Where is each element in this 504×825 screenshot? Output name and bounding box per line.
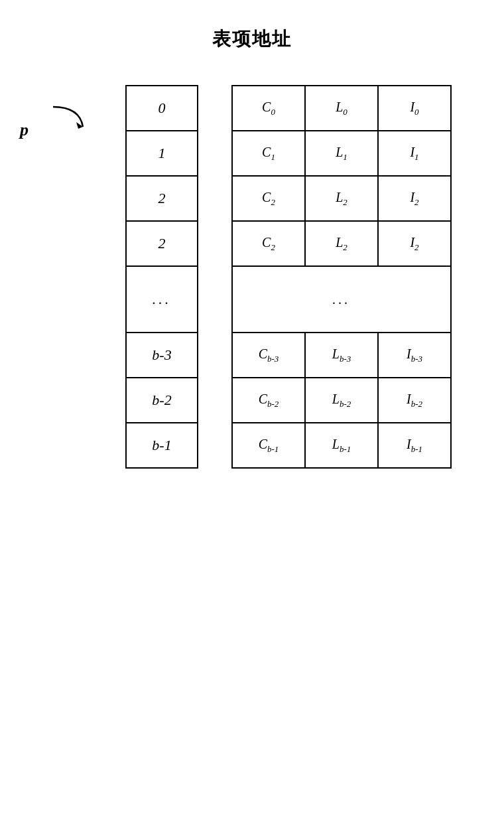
index-cell-0: 0 <box>126 86 198 131</box>
table-row: 2 <box>126 176 198 221</box>
index-cell-2a: 2 <box>126 176 198 221</box>
table-row: 0 <box>126 86 198 131</box>
cell-c1: C1 <box>232 131 305 176</box>
p-label-area: p <box>20 104 86 143</box>
right-dots-cell: ... <box>232 266 451 333</box>
cell-ib2: Ib-2 <box>378 378 451 423</box>
table-row: 1 <box>126 131 198 176</box>
table-row: b-1 <box>126 423 198 468</box>
cell-c0: C0 <box>232 86 305 131</box>
table-row: C1 L1 I1 <box>232 131 451 176</box>
cell-l2b: L2 <box>305 221 378 266</box>
cell-l0: L0 <box>305 86 378 131</box>
table-row: C2 L2 I2 <box>232 176 451 221</box>
index-cell-b1: b-1 <box>126 423 198 468</box>
table-row-dots: ... <box>126 266 198 333</box>
cell-i1: I1 <box>378 131 451 176</box>
index-cell-b2: b-2 <box>126 378 198 423</box>
cell-l2a: L2 <box>305 176 378 221</box>
table-row: b-3 <box>126 333 198 378</box>
cell-ib1: Ib-1 <box>378 423 451 468</box>
table-row-dots: ... <box>232 266 451 333</box>
arrow-icon <box>33 104 93 150</box>
index-cell-2b: 2 <box>126 221 198 266</box>
cell-l1: L1 <box>305 131 378 176</box>
p-label: p <box>20 120 29 140</box>
table-row: C0 L0 I0 <box>232 86 451 131</box>
table-row: 2 <box>126 221 198 266</box>
left-index-table: 0 1 2 2 ... b-3 b-2 b-1 <box>125 85 198 469</box>
cell-i2a: I2 <box>378 176 451 221</box>
cell-c2b: C2 <box>232 221 305 266</box>
page-title: 表项地址 <box>0 27 504 52</box>
diagram-container: p 0 1 2 2 ... b-3 <box>20 85 484 469</box>
cell-c2a: C2 <box>232 176 305 221</box>
table-row: C2 L2 I2 <box>232 221 451 266</box>
table-row: Cb-1 Lb-1 Ib-1 <box>232 423 451 468</box>
cell-i0: I0 <box>378 86 451 131</box>
index-cell-dots: ... <box>126 266 198 333</box>
index-cell-b3: b-3 <box>126 333 198 378</box>
table-row: Cb-3 Lb-3 Ib-3 <box>232 333 451 378</box>
cell-lb2: Lb-2 <box>305 378 378 423</box>
cell-lb1: Lb-1 <box>305 423 378 468</box>
cell-i2b: I2 <box>378 221 451 266</box>
table-row: b-2 <box>126 378 198 423</box>
cell-lb3: Lb-3 <box>305 333 378 378</box>
table-row: Cb-2 Lb-2 Ib-2 <box>232 378 451 423</box>
right-data-table: C0 L0 I0 C1 L1 I1 C2 L2 I2 C2 L2 I2 ... <box>231 85 452 469</box>
cell-cb1: Cb-1 <box>232 423 305 468</box>
cell-ib3: Ib-3 <box>378 333 451 378</box>
index-cell-1: 1 <box>126 131 198 176</box>
cell-cb2: Cb-2 <box>232 378 305 423</box>
cell-cb3: Cb-3 <box>232 333 305 378</box>
